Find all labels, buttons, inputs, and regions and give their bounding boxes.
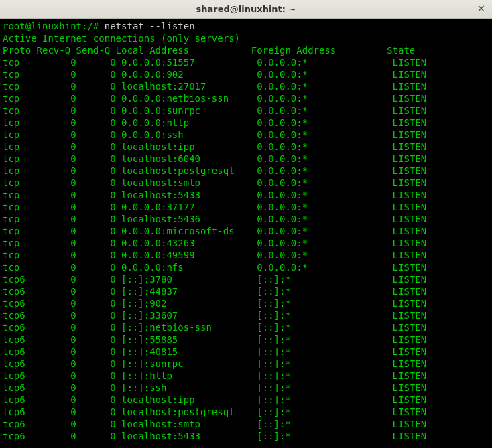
table-row: tcp 0 0 0.0.0.0:microsoft-ds 0.0.0.0:* L…	[3, 226, 426, 236]
table-row: tcp 0 0 0.0.0.0:51557 0.0.0.0:* LISTEN	[3, 57, 426, 68]
table-row: tcp6 0 0 localhost:smtp [::]:* LISTEN	[3, 419, 426, 429]
table-row: tcp 0 0 0.0.0.0:43263 0.0.0.0:* LISTEN	[3, 238, 426, 248]
table-row: tcp6 0 0 [::]:3780 [::]:* LISTEN	[3, 274, 426, 285]
table-row: tcp 0 0 0.0.0.0:37177 0.0.0.0:* LISTEN	[3, 202, 426, 212]
table-row: tcp6 0 0 [::]:44837 [::]:* LISTEN	[3, 286, 426, 297]
table-row: tcp 0 0 0.0.0.0:http 0.0.0.0:* LISTEN	[3, 117, 426, 128]
table-row: tcp 0 0 0.0.0.0:netbios-ssn 0.0.0.0:* LI…	[3, 93, 426, 104]
table-row: tcp 0 0 0.0.0.0:sunrpc 0.0.0.0:* LISTEN	[3, 105, 426, 116]
table-row: tcp 0 0 localhost:5436 0.0.0.0:* LISTEN	[3, 214, 426, 224]
table-row: tcp6 0 0 [::]:netbios-ssn [::]:* LISTEN	[3, 322, 426, 333]
close-icon[interactable]: ✕	[477, 3, 485, 15]
table-row: tcp6 0 0 [::]:ssh [::]:* LISTEN	[3, 382, 426, 393]
table-row: tcp 0 0 0.0.0.0:49599 0.0.0.0:* LISTEN	[3, 250, 426, 260]
shell-prompt: root@linuxhint:/#	[3, 21, 99, 31]
table-row: tcp6 0 0 [::]:902 [::]:* LISTEN	[3, 298, 426, 309]
table-row: tcp 0 0 localhost:smtp 0.0.0.0:* LISTEN	[3, 177, 426, 188]
table-row: tcp6 0 0 localhost:ipp [::]:* LISTEN	[3, 394, 426, 405]
table-row: tcp 0 0 localhost:6040 0.0.0.0:* LISTEN	[3, 153, 426, 164]
table-row: tcp6 0 0 localhost:postgresql [::]:* LIS…	[3, 406, 426, 417]
table-row: tcp 0 0 localhost:27017 0.0.0.0:* LISTEN	[3, 81, 426, 92]
window-title: shared@linuxhint: ~	[196, 4, 296, 14]
table-header: Proto Recv-Q Send-Q Local Address Foreig…	[3, 45, 415, 56]
table-row: tcp6 0 0 [::]:33607 [::]:* LISTEN	[3, 310, 426, 321]
window-titlebar: shared@linuxhint: ~ ✕	[0, 0, 492, 19]
table-row: tcp 0 0 localhost:ipp 0.0.0.0:* LISTEN	[3, 141, 426, 152]
table-row: tcp 0 0 localhost:postgresql 0.0.0.0:* L…	[3, 165, 426, 176]
table-row: tcp6 0 0 [::]:http [::]:* LISTEN	[3, 370, 426, 381]
terminal-output[interactable]: root@linuxhint:/# netstat --listen Activ…	[0, 19, 492, 448]
table-row: tcp 0 0 0.0.0.0:ssh 0.0.0.0:* LISTEN	[3, 129, 426, 140]
table-row: tcp6 0 0 [::]:55885 [::]:* LISTEN	[3, 334, 426, 345]
connections-subtitle: Active Internet connections (only server…	[3, 33, 240, 44]
table-row: tcp6 0 0 [::]:sunrpc [::]:* LISTEN	[3, 358, 426, 369]
table-row: tcp 0 0 localhost:5433 0.0.0.0:* LISTEN	[3, 190, 426, 200]
table-row: tcp6 0 0 [::]:40815 [::]:* LISTEN	[3, 346, 426, 357]
table-row: tcp6 0 0 localhost:5433 [::]:* LISTEN	[3, 431, 426, 441]
table-row: tcp 0 0 0.0.0.0:nfs 0.0.0.0:* LISTEN	[3, 262, 426, 273]
table-row: tcp 0 0 0.0.0.0:902 0.0.0.0:* LISTEN	[3, 69, 426, 80]
command-text: netstat --listen	[105, 21, 195, 31]
